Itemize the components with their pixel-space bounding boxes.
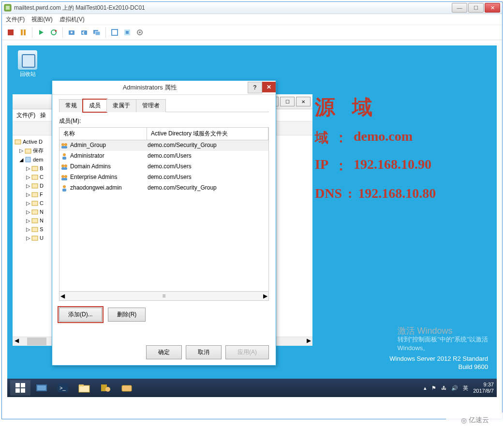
close-button[interactable]: ✕ [485,3,500,13]
svg-rect-55 [122,385,132,391]
dialog-title: Administrators 属性 [52,83,248,92]
tab-memberof[interactable]: 隶属于 [106,99,136,112]
tree-item[interactable]: ▷ U [15,234,53,242]
scroll-grip-icon[interactable]: ≡ [65,293,263,299]
taskbar-card[interactable] [117,380,137,396]
member-row[interactable]: Domain Adminsdemo.com/Users [59,162,268,172]
tray-volume-icon[interactable]: 🔊 [451,385,458,391]
member-row[interactable]: zhaodongwei.admindemo.com/Security_Group [59,183,268,193]
tree-item[interactable]: ▷ N [15,207,53,216]
taskbar-server-manager[interactable] [31,380,52,396]
snapshot-manager-icon[interactable] [91,27,103,38]
svg-marker-5 [39,30,44,35]
tree-item[interactable]: ▷ S [15,225,53,234]
group-icon [59,163,69,171]
maximize-button[interactable]: ☐ [468,3,484,13]
tree-domain: ◢ dem [15,155,53,164]
apply-button[interactable]: 应用(A) [225,345,269,359]
tree-item[interactable]: ▷ F [15,190,53,199]
tab-members[interactable]: 成员 [83,99,107,112]
revert-icon[interactable] [78,27,90,38]
svg-point-36 [64,164,67,167]
taskbar[interactable]: >_ ▴ ⚑ 🖧 🔊 英 9:37 2017/8/7 [7,379,497,397]
tab-managedby[interactable]: 管理者 [136,99,166,112]
settings-icon[interactable] [134,27,146,38]
menu-file[interactable]: 文件(F) [6,15,25,24]
scroll-right-icon[interactable]: ▶ [263,293,267,299]
taskbar-powershell[interactable]: >_ [53,380,73,396]
minimize-button[interactable]: — [452,3,467,13]
user-icon [59,152,69,160]
member-row[interactable]: Admin_Groupdemo.com/Security_Group [59,140,268,151]
list-hscrollbar[interactable]: ◀ ≡ ▶ [59,292,269,301]
tree-saved: ▷ 保存 [15,146,53,155]
svg-point-17 [139,31,141,33]
aduc-menu-file[interactable]: 文件(F) [16,111,35,119]
svg-rect-42 [62,189,66,192]
dialog-tabs: 常规 成员 隶属于 管理者 [59,99,269,112]
play-icon[interactable] [35,27,47,38]
member-row[interactable]: Administratordemo.com/Users [59,151,268,162]
tray-network-icon[interactable]: 🖧 [441,385,446,391]
member-row[interactable]: Enterprise Adminsdemo.com/Users [59,172,268,183]
svg-rect-18 [15,140,21,144]
aduc-close[interactable]: ✕ [296,97,311,106]
watermark-title: 激活 Windows [398,326,488,335]
start-button[interactable] [10,380,30,396]
add-button[interactable]: 添加(D)... [59,308,102,322]
guest-desktop: 回收站 源 域 域：demo.com IP：192.168.10.90 DNS:… [7,45,497,397]
tab-general[interactable]: 常规 [59,99,83,112]
recycle-bin[interactable]: 回收站 [17,50,38,78]
svg-point-30 [61,143,64,146]
svg-rect-23 [32,184,38,188]
watermark-line: 转到"控制面板"中的"系统"以激活Windows。 [398,335,488,353]
vmware-titlebar[interactable]: mailtest.pwrd.com 上的 MailTest001-Ex2010-… [2,2,502,14]
tree-item[interactable]: ▷ D [15,181,53,190]
system-tray[interactable]: ▴ ⚑ 🖧 🔊 英 9:37 2017/8/7 [424,382,494,394]
menu-vm[interactable]: 虚拟机(V) [59,15,85,24]
tree-item[interactable]: ▷ N [15,216,53,225]
scroll-left-icon[interactable]: ◀ [60,293,65,299]
dialog-help-button[interactable]: ? [248,82,262,93]
tree-item[interactable]: ▷ C [15,199,53,207]
svg-point-31 [64,143,67,146]
stop-icon[interactable] [5,27,16,38]
tray-ime[interactable]: 英 [463,384,468,392]
svg-rect-29 [32,236,38,240]
svg-rect-26 [32,210,38,214]
restart-icon[interactable] [48,27,59,38]
aduc-menu-action[interactable]: 操 [40,111,46,119]
aduc-maximize[interactable]: ☐ [280,97,295,106]
column-name[interactable]: 名称 [59,128,147,140]
svg-rect-37 [61,167,67,170]
taskbar-aduc[interactable] [95,380,116,396]
tree-item[interactable]: ▷ B [15,164,53,173]
ok-button[interactable]: 确定 [146,345,182,359]
svg-point-35 [61,164,64,167]
svg-rect-40 [61,178,67,180]
unity-icon[interactable] [121,27,133,38]
fullscreen-icon[interactable] [109,27,120,38]
menu-view[interactable]: 视图(W) [31,15,52,24]
aduc-tree[interactable]: Active D ▷ 保存 ◢ dem ▷ B▷ C▷ D▷ F▷ C▷ N▷ … [13,135,56,338]
dialog-close-button[interactable]: ✕ [262,82,276,92]
cancel-button[interactable]: 取消 [186,345,222,359]
vmware-window: mailtest.pwrd.com 上的 MailTest001-Ex2010-… [1,1,503,419]
remove-button[interactable]: 删除(R) [108,308,146,322]
snapshot-icon[interactable] [66,27,77,38]
svg-point-38 [61,175,64,178]
dialog-titlebar[interactable]: Administrators 属性 ? ✕ [52,81,276,95]
taskbar-explorer[interactable] [74,380,94,396]
tray-clock[interactable]: 9:37 2017/8/7 [473,382,494,394]
members-list[interactable]: Admin_Groupdemo.com/Security_GroupAdmini… [59,140,269,292]
svg-rect-13 [112,30,118,35]
svg-rect-43 [15,383,20,387]
svg-rect-4 [24,30,26,35]
svg-rect-20 [26,157,30,162]
tray-flag-icon[interactable]: ⚑ [431,385,436,391]
column-folder[interactable]: Active Directory 域服务文件夹 [147,128,268,140]
pause-icon[interactable] [17,27,29,38]
svg-rect-24 [32,192,38,197]
tray-up-icon[interactable]: ▴ [424,385,427,391]
tree-item[interactable]: ▷ C [15,173,53,181]
